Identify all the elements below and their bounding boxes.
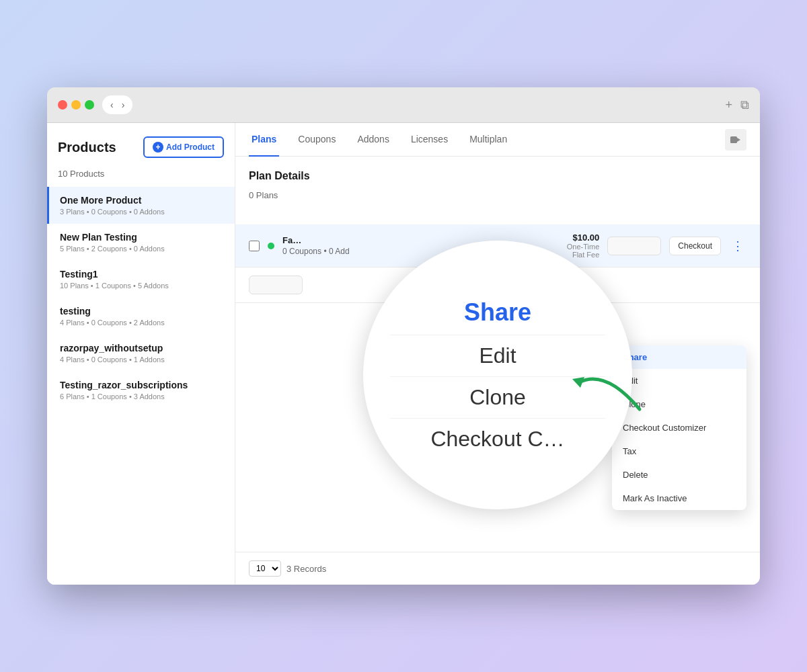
product-list: One More Product 3 Plans • 0 Coupons • 0…: [47, 187, 235, 585]
plan-subtype: Flat Fee: [567, 251, 600, 259]
tab-coupons[interactable]: Coupons: [295, 123, 338, 157]
menu-item-delete[interactable]: Delete: [612, 463, 746, 487]
sidebar-item-0[interactable]: One More Product 3 Plans • 0 Coupons • 0…: [47, 187, 235, 224]
add-product-button[interactable]: + Add Product: [143, 136, 224, 158]
circle-divider-1: [390, 335, 605, 335]
svg-marker-1: [737, 138, 740, 142]
browser-window: ‹ › + ⧉ Products + Add Product 10 Produc…: [47, 87, 760, 585]
product-name: New Plan Testing: [60, 232, 224, 243]
sidebar-item-1[interactable]: New Plan Testing 5 Plans • 2 Coupons • 0…: [47, 224, 235, 261]
minimize-button[interactable]: [71, 100, 81, 110]
add-product-label: Add Product: [166, 142, 215, 152]
tab-multiplan[interactable]: Multiplan: [467, 123, 510, 157]
back-button[interactable]: ‹: [108, 98, 116, 112]
product-meta: 5 Plans • 2 Coupons • 0 Addons: [60, 245, 224, 253]
product-name: razorpay_withoutsetup: [60, 343, 224, 353]
browser-content: Products + Add Product 10 Products One M…: [47, 123, 760, 585]
sidebar-item-3[interactable]: testing 4 Plans • 0 Coupons • 2 Addons: [47, 298, 235, 335]
product-name: Testing1: [60, 269, 224, 280]
page-size-select[interactable]: 10 25 50: [249, 560, 281, 577]
checkout-button[interactable]: Checkout: [669, 237, 721, 255]
row-checkbox[interactable]: [249, 241, 260, 251]
sidebar-item-4[interactable]: razorpay_withoutsetup 4 Plans • 0 Coupon…: [47, 335, 235, 372]
new-tab-icon[interactable]: +: [725, 98, 732, 112]
product-name: Testing_razor_subscriptions: [60, 380, 224, 390]
arrow-overlay: [566, 355, 646, 425]
product-meta: 10 Plans • 1 Coupons • 5 Addons: [60, 282, 224, 290]
forward-button[interactable]: ›: [119, 98, 128, 112]
circle-checkout-item[interactable]: Checkout C…: [390, 424, 605, 454]
product-meta: 4 Plans • 0 Coupons • 1 Addons: [60, 355, 224, 364]
menu-item-tax[interactable]: Tax: [612, 439, 746, 463]
tab-licenses[interactable]: Licenses: [408, 123, 451, 157]
product-name: One More Product: [60, 195, 224, 206]
sidebar: Products + Add Product 10 Products One M…: [47, 123, 235, 585]
sidebar-header: Products + Add Product: [47, 123, 235, 166]
product-meta: 4 Plans • 0 Coupons • 2 Addons: [60, 319, 224, 327]
sidebar-title: Products: [58, 140, 116, 155]
close-button[interactable]: [58, 100, 67, 110]
traffic-lights: [58, 100, 94, 110]
plan-type: One-Time: [567, 243, 600, 251]
three-dots-button[interactable]: ⋮: [729, 236, 746, 256]
sidebar-item-5[interactable]: Testing_razor_subscriptions 6 Plans • 1 …: [47, 372, 235, 409]
tab-addons[interactable]: Addons: [354, 123, 391, 157]
tabs-bar: PlansCouponsAddonsLicensesMultiplan: [235, 123, 760, 157]
products-count: 10 Products: [47, 166, 235, 187]
tab-plans[interactable]: Plans: [249, 123, 279, 157]
status-dot: [268, 243, 274, 249]
menu-item-mark-as-inactive[interactable]: Mark As Inactive: [612, 487, 746, 510]
plan-details-title: Plan Details: [249, 170, 746, 182]
pagination-bar: 10 25 50 3 Records: [235, 552, 760, 585]
plan-details: Plan Details 0 Plans: [235, 157, 760, 224]
nav-buttons: ‹ ›: [102, 95, 132, 114]
fullscreen-button[interactable]: [85, 100, 94, 110]
circle-share-item[interactable]: Share: [390, 296, 605, 329]
svg-rect-0: [730, 136, 737, 143]
product-meta: 6 Plans • 1 Coupons • 3 Addons: [60, 392, 224, 401]
plan-price: $10.00: [567, 233, 600, 243]
plan-stats: 0 Plans: [249, 190, 746, 200]
browser-actions: + ⧉: [725, 98, 749, 112]
product-name: testing: [60, 306, 224, 317]
browser-chrome: ‹ › + ⧉: [47, 87, 760, 123]
copy-icon[interactable]: ⧉: [740, 98, 749, 112]
tabs-right: [725, 129, 746, 151]
sidebar-item-2[interactable]: Testing1 10 Plans • 1 Coupons • 5 Addons: [47, 261, 235, 298]
product-meta: 3 Plans • 0 Coupons • 0 Addons: [60, 208, 224, 216]
table-area: Fa… 0 Coupons • 0 Add $10.00 One-Time Fl…: [235, 224, 760, 552]
main-content: PlansCouponsAddonsLicensesMultiplan Plan…: [235, 123, 760, 585]
plus-icon: +: [153, 142, 163, 153]
records-count: 3 Records: [286, 564, 326, 574]
video-icon[interactable]: [725, 129, 746, 151]
